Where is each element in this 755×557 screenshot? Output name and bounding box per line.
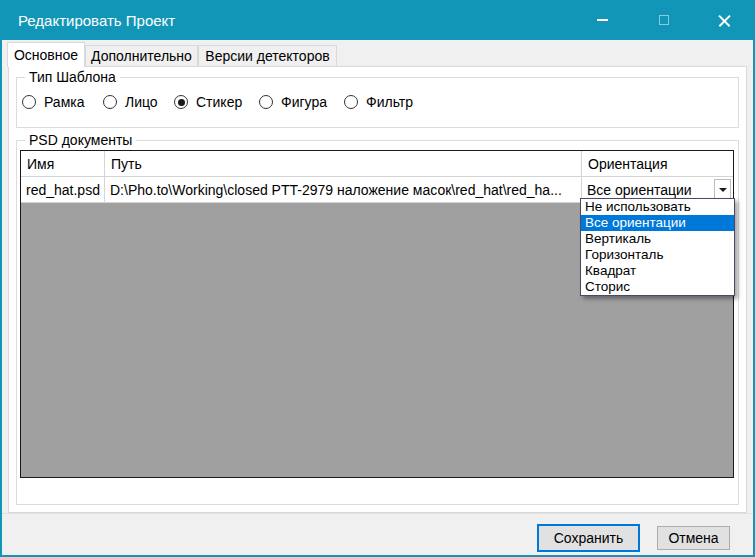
maximize-icon <box>659 15 669 25</box>
caption-buttons <box>572 0 755 40</box>
group-title-template-type: Тип Шаблона <box>25 69 120 85</box>
window-title: Редактировать Проект <box>0 12 175 29</box>
minimize-button[interactable] <box>572 0 633 40</box>
edit-project-dialog: Редактировать Проект Основное Дополнител… <box>0 0 755 557</box>
cell-name[interactable]: red_hat.psd <box>21 177 105 202</box>
cancel-button[interactable]: Отмена <box>657 526 730 550</box>
titlebar: Редактировать Проект <box>0 0 755 40</box>
radio-face[interactable]: Лицо <box>103 94 158 110</box>
window-border-left <box>0 0 2 557</box>
maximize-button[interactable] <box>633 0 694 40</box>
radio-figure[interactable]: Фигура <box>259 94 327 110</box>
radio-label: Стикер <box>196 94 242 110</box>
save-button[interactable]: Сохранить <box>537 524 640 552</box>
tab-additional[interactable]: Дополнительно <box>85 45 198 66</box>
orientation-dropdown-list: Не использовать Все ориентации Вертикаль… <box>580 198 735 296</box>
close-button[interactable] <box>694 0 755 40</box>
dropdown-item[interactable]: Все ориентации <box>581 215 734 231</box>
radio-label: Лицо <box>125 94 158 110</box>
dropdown-item[interactable]: Вертикаль <box>581 231 734 247</box>
radio-label: Фигура <box>281 94 327 110</box>
column-header-name[interactable]: Имя <box>21 151 105 176</box>
footer: Сохранить Отмена <box>2 513 753 555</box>
dropdown-item[interactable]: Сторис <box>581 279 734 295</box>
dropdown-item[interactable]: Квадрат <box>581 263 734 279</box>
radio-label: Фильтр <box>366 94 413 110</box>
dropdown-item[interactable]: Не использовать <box>581 199 734 215</box>
radio-icon <box>22 95 36 109</box>
cell-path[interactable]: D:\Pho.to\Working\closed PTT-2979 наложе… <box>105 177 582 202</box>
group-title-psd-documents: PSD документы <box>25 132 136 148</box>
radio-frame[interactable]: Рамка <box>22 94 85 110</box>
radio-label: Рамка <box>44 94 85 110</box>
radio-filter[interactable]: Фильтр <box>344 94 413 110</box>
column-header-orientation[interactable]: Ориентация <box>582 151 733 176</box>
radio-icon <box>344 95 358 109</box>
radio-sticker[interactable]: Стикер <box>174 94 242 110</box>
column-header-path[interactable]: Путь <box>105 151 582 176</box>
minimize-icon <box>597 19 608 21</box>
template-type-group: Тип Шаблона Рамка Лицо Стикер Фигура Фил… <box>16 77 739 128</box>
tab-main[interactable]: Основное <box>7 42 85 67</box>
radio-icon <box>174 95 188 109</box>
chevron-down-icon <box>719 188 727 192</box>
dropdown-item[interactable]: Горизонталь <box>581 247 734 263</box>
radio-icon <box>259 95 273 109</box>
table-header-row: Имя Путь Ориентация <box>21 151 733 177</box>
close-icon <box>717 13 732 28</box>
radio-icon <box>103 95 117 109</box>
combobox-value: Все ориентации <box>582 182 714 198</box>
tab-detector-versions[interactable]: Версии детекторов <box>198 45 337 66</box>
